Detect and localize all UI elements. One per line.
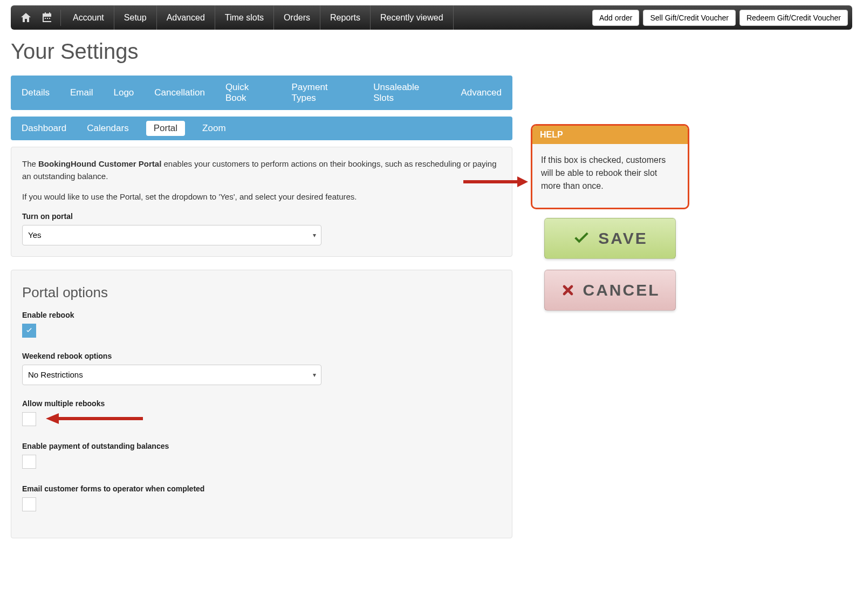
nav-orders[interactable]: Orders — [274, 5, 320, 30]
settings-tabs-primary: Details Email Logo Cancellation Quick Bo… — [11, 76, 512, 110]
tab-logo[interactable]: Logo — [110, 85, 137, 100]
check-icon — [25, 326, 33, 335]
portal-intro-text: The BookingHound Customer Portal enables… — [22, 158, 501, 182]
allow-multiple-rebooks-checkbox[interactable] — [22, 412, 36, 426]
calendar-icon[interactable] — [37, 5, 58, 30]
help-body: If this box is checked, customers will b… — [532, 144, 688, 208]
help-box: HELP If this box is checked, customers w… — [531, 124, 689, 209]
add-order-button[interactable]: Add order — [592, 10, 639, 26]
cancel-button[interactable]: CANCEL — [544, 270, 676, 311]
tab-portal[interactable]: Portal — [146, 121, 185, 136]
settings-tabs-secondary: Dashboard Calendars Portal Zoom — [11, 117, 512, 140]
tab-details[interactable]: Details — [18, 85, 53, 100]
email-forms-checkbox[interactable] — [22, 497, 36, 511]
enable-rebook-checkbox[interactable] — [22, 324, 36, 338]
sell-voucher-button[interactable]: Sell Gift/Credit Voucher — [643, 10, 736, 26]
tab-email[interactable]: Email — [67, 85, 97, 100]
turn-on-portal-select[interactable]: Yes — [22, 225, 321, 245]
tab-advanced-settings[interactable]: Advanced — [457, 85, 505, 100]
close-icon — [560, 283, 576, 298]
portal-intro-panel: The BookingHound Customer Portal enables… — [11, 147, 512, 257]
portal-options-title: Portal options — [22, 284, 501, 301]
tab-dashboard[interactable]: Dashboard — [18, 121, 70, 136]
nav-reports[interactable]: Reports — [320, 5, 371, 30]
home-icon[interactable] — [15, 5, 37, 30]
nav-setup[interactable]: Setup — [114, 5, 157, 30]
enable-rebook-label: Enable rebook — [22, 311, 501, 319]
svg-marker-3 — [46, 413, 59, 424]
check-icon — [572, 229, 591, 248]
svg-marker-1 — [517, 176, 528, 187]
page-title: Your Settings — [11, 39, 852, 64]
enable-payment-checkbox[interactable] — [22, 455, 36, 469]
portal-options-panel: Portal options Enable rebook Weekend reb… — [11, 270, 512, 538]
nav-time-slots[interactable]: Time slots — [215, 5, 274, 30]
tab-quick-book[interactable]: Quick Book — [222, 80, 275, 106]
checkbox-arrow-icon — [46, 412, 143, 425]
tab-unsaleable-slots[interactable]: Unsaleable Slots — [370, 80, 443, 106]
redeem-voucher-button[interactable]: Redeem Gift/Credit Voucher — [739, 10, 848, 26]
tab-payment-types[interactable]: Payment Types — [288, 80, 356, 106]
enable-payment-label: Enable payment of outstanding balances — [22, 442, 501, 450]
nav-account[interactable]: Account — [63, 5, 114, 30]
help-arrow-icon — [463, 175, 528, 188]
tab-cancellation[interactable]: Cancellation — [151, 85, 208, 100]
email-forms-label: Email customer forms to operator when co… — [22, 484, 501, 493]
tab-calendars[interactable]: Calendars — [84, 121, 132, 136]
nav-advanced[interactable]: Advanced — [157, 5, 215, 30]
tab-zoom[interactable]: Zoom — [199, 121, 229, 136]
nav-recently-viewed[interactable]: Recently viewed — [371, 5, 454, 30]
help-title: HELP — [532, 126, 688, 144]
weekend-rebook-select[interactable]: No Restrictions — [22, 365, 321, 385]
save-button[interactable]: SAVE — [544, 218, 676, 259]
portal-intro-line2: If you would like to use the Portal, set… — [22, 191, 501, 203]
top-navbar: Account Setup Advanced Time slots Orders… — [11, 5, 852, 30]
allow-multiple-rebooks-label: Allow multiple rebooks — [22, 399, 501, 408]
turn-on-portal-label: Turn on portal — [22, 212, 501, 221]
weekend-rebook-label: Weekend rebook options — [22, 352, 501, 360]
